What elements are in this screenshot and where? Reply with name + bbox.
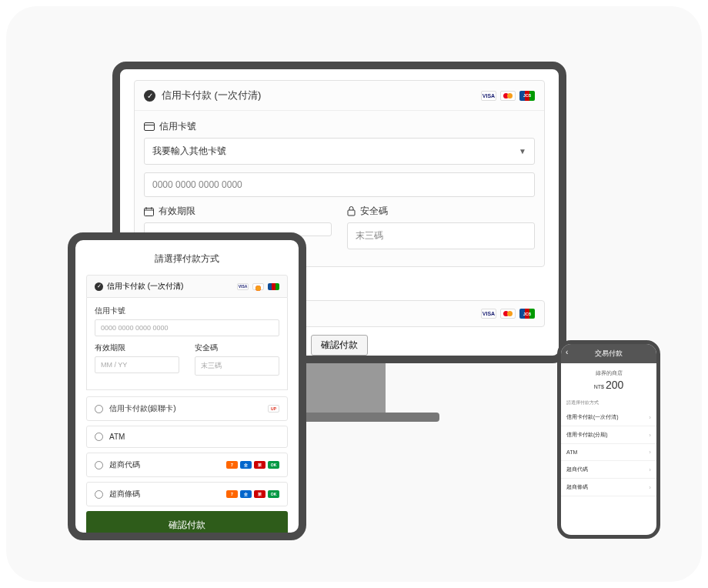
phone-payment-option[interactable]: 信用卡付款(一次付清)› [561,409,656,426]
card-icon [144,122,155,131]
svg-rect-6 [348,210,355,215]
svg-rect-0 [145,123,155,131]
cvv-label: 安全碼 [347,205,535,218]
phone-device: ‹ 交易付款 綠界的商店 NT$200 請選擇付款方式 信用卡付款(一次付清)›… [557,340,660,539]
panel-title: 信用卡付款 (一次付清) [162,89,481,102]
lock-icon [347,206,356,216]
store-icon: 萊 [254,490,266,498]
jcb-icon [268,283,279,290]
visa-icon: VISA [481,309,496,319]
store-icon: 7 [226,461,238,469]
card-select[interactable]: 我要輸入其他卡號 ▼ [144,138,535,165]
radio-icon [95,461,103,469]
payment-option-unionpay[interactable]: 信用卡付款(銀聯卡) UP [86,396,288,421]
payment-option-store-code[interactable]: 超商代碼 7 全 萊 OK [86,453,288,477]
back-icon[interactable]: ‹ [566,348,568,356]
card-number-label: 信用卡號 [144,120,535,133]
card-number-input[interactable]: 0000 0000 0000 0000 [144,172,535,197]
mastercard-icon [500,91,516,101]
panel-header: ✓ 信用卡付款 (一次付清) VISA JCB [135,81,544,111]
card-number-label: 信用卡號 [95,306,279,316]
chevron-down-icon: ▼ [519,147,526,155]
calendar-icon [144,207,154,216]
chevron-right-icon: › [649,466,651,473]
payment-option-store-barcode[interactable]: 超商條碼 7 全 萊 OK [86,482,288,506]
cvv-input[interactable]: 末三碼 [347,222,535,249]
phone-payment-option[interactable]: 超商代碼› [561,461,656,479]
phone-payment-option[interactable]: 信用卡付款(分期)› [561,426,656,444]
store-icon: OK [268,461,279,469]
chevron-right-icon: › [649,432,651,439]
jcb-icon: JCB [519,309,535,319]
chevron-right-icon: › [649,449,651,456]
chevron-right-icon: › [649,414,651,421]
radio-icon [95,433,103,441]
card-brand-logos: VISA JCB [481,309,535,319]
store-icon: 全 [240,490,252,498]
confirm-button[interactable]: 確認付款 [86,511,288,540]
phone-payment-option[interactable]: 超商條碼› [561,479,656,496]
expiry-label: 有效期限 [144,205,332,218]
radio-icon [95,405,103,413]
tablet-panel-header: ✓ 信用卡付款 (一次付清) VISA [86,275,288,298]
store-icon: 7 [226,490,238,498]
mastercard-icon [252,283,264,290]
chevron-right-icon: › [649,484,651,491]
monitor-stand [293,363,386,417]
store-icon: 全 [240,461,252,469]
visa-icon: VISA [481,91,496,101]
svg-rect-2 [145,208,154,215]
card-brand-logos: VISA JCB [481,91,535,101]
radio-icon [95,490,103,499]
cvv-input[interactable]: 末三碼 [195,356,279,376]
visa-icon: VISA [237,283,249,290]
store-name: 綠界的商店 [561,369,656,377]
card-number-input[interactable]: 0000 0000 0000 0000 [95,319,279,336]
tablet-device: 請選擇付款方式 ✓ 信用卡付款 (一次付清) VISA 信用卡號 0000 00… [68,232,306,540]
jcb-icon: JCB [519,91,535,101]
expiry-label: 有效期限 [95,342,179,353]
unionpay-icon: UP [268,405,279,413]
store-icon: 萊 [254,461,266,469]
mastercard-icon [500,309,516,319]
amount-display: NT$200 [561,379,656,391]
confirm-button[interactable]: 確認付款 [311,335,368,356]
phone-payment-option[interactable]: ATM› [561,444,656,461]
phone-header: ‹ 交易付款 [561,344,656,363]
section-label: 請選擇付款方式 [561,397,656,409]
expiry-input[interactable]: MM / YY [95,356,179,373]
check-icon: ✓ [95,282,103,291]
cvv-label: 安全碼 [195,342,279,353]
payment-option-atm[interactable]: ATM [86,426,288,448]
tablet-title: 請選擇付款方式 [86,252,288,266]
store-icon: OK [268,490,279,498]
tablet-panel-body: 信用卡號 0000 0000 0000 0000 有效期限 MM / YY 安全… [86,298,288,390]
check-icon: ✓ [144,90,155,102]
